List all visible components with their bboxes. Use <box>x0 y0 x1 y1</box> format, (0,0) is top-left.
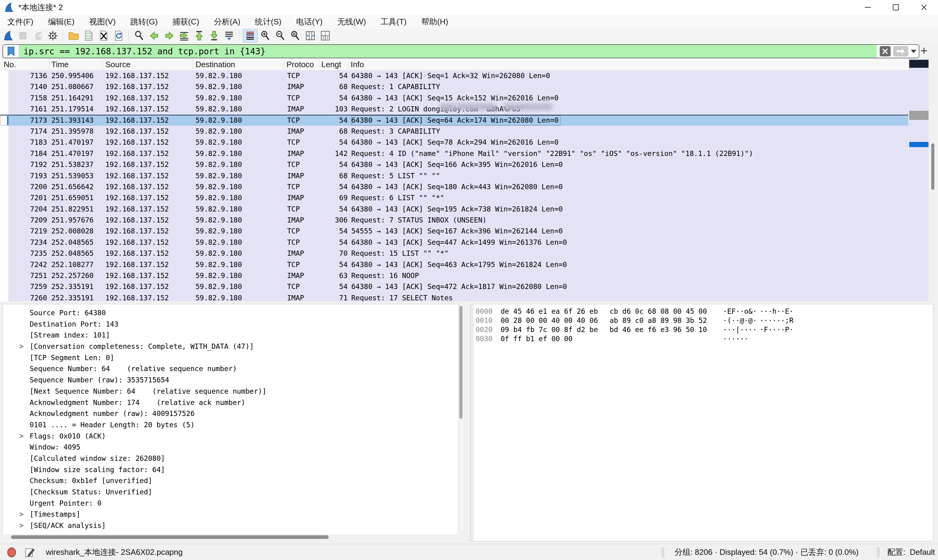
capture-options-button[interactable] <box>46 29 60 42</box>
expand-chevron-icon[interactable]: > <box>19 520 23 531</box>
packet-row[interactable]: 7158251.164291192.168.137.15259.82.9.180… <box>0 92 909 103</box>
reload-file-button[interactable] <box>111 29 125 42</box>
find-packet-button[interactable] <box>132 29 146 42</box>
go-back-button[interactable] <box>147 29 161 42</box>
menu-item[interactable]: 跳转(G) <box>123 15 165 29</box>
capture-comment-icon[interactable] <box>25 547 35 558</box>
detail-line[interactable]: Acknowledgment Number: 174 (relative ack… <box>3 397 458 408</box>
packet-row[interactable]: 7136250.995406192.168.137.15259.82.9.180… <box>0 70 909 81</box>
detail-line[interactable]: >[SEQ/ACK analysis] <box>3 520 458 531</box>
column-header-no[interactable]: No. <box>4 60 16 69</box>
packet-row[interactable]: 7201251.659051192.168.137.15259.82.9.180… <box>0 192 909 203</box>
go-last-packet-button[interactable] <box>207 29 221 42</box>
detail-line[interactable]: Window: 4095 <box>3 442 458 453</box>
menu-item[interactable]: 帮助(H) <box>414 15 455 29</box>
detail-line[interactable]: 0101 .... = Header Length: 20 bytes (5) <box>3 419 458 431</box>
expand-chevron-icon[interactable]: > <box>19 509 23 520</box>
zoom-reset-button[interactable] <box>288 29 302 42</box>
packet-row[interactable]: 7234252.048565192.168.137.15259.82.9.180… <box>0 237 909 248</box>
column-separator[interactable] <box>103 60 103 69</box>
detail-line[interactable]: [Checksum Status: Unverified] <box>3 486 458 498</box>
packet-row[interactable]: 7260252.335191192.168.137.15259.82.9.180… <box>0 292 909 302</box>
minimize-button[interactable] <box>854 0 882 15</box>
filter-add-button[interactable]: + <box>918 45 930 57</box>
packet-row[interactable]: 7140251.080667192.168.137.15259.82.9.180… <box>0 81 909 92</box>
detail-line[interactable]: >Flags: 0x010 (ACK) <box>3 431 458 442</box>
detail-vscroll-thumb[interactable] <box>460 306 463 419</box>
packet-row[interactable]: 7251252.257260192.168.137.15259.82.9.180… <box>0 270 909 281</box>
detail-vscrollbar[interactable] <box>459 304 463 533</box>
minimap-scroll-thumb[interactable] <box>909 111 929 120</box>
status-separator[interactable] <box>663 547 664 558</box>
detail-line[interactable]: Acknowledgment number (raw): 4009157526 <box>3 408 458 419</box>
detail-line[interactable]: [Stream index: 101] <box>3 329 458 341</box>
detail-line[interactable]: >[Timestamps] <box>3 509 458 520</box>
column-separator[interactable] <box>49 60 49 69</box>
column-header-info[interactable]: Info <box>351 60 364 69</box>
menu-item[interactable]: 分析(A) <box>207 15 248 29</box>
detail-line[interactable]: Urgent Pointer: 0 <box>3 498 458 509</box>
colorize-button[interactable] <box>243 29 258 42</box>
save-file-button[interactable]: 010101100101 <box>82 29 96 42</box>
packet-row[interactable]: 7183251.470197192.168.137.15259.82.9.180… <box>0 137 909 148</box>
reset-layout-button[interactable]: 123 <box>318 29 332 42</box>
packet-row[interactable]: 7174251.395978192.168.137.15259.82.9.180… <box>0 126 909 137</box>
hex-row[interactable]: 002009 b4 fb 7c 00 8f d2 bebd 46 ee f6 e… <box>471 325 933 334</box>
close-button[interactable] <box>910 0 938 15</box>
auto-scroll-button[interactable] <box>222 29 236 42</box>
detail-line[interactable]: [Next Sequence Number: 64 (relative sequ… <box>3 386 458 397</box>
packet-list-vscroll-thumb[interactable] <box>931 143 934 190</box>
detail-line[interactable]: Checksum: 0xb1ef [unverified] <box>3 475 458 486</box>
detail-line[interactable]: Source Port: 64380 <box>3 307 458 318</box>
column-header-destination[interactable]: Destination <box>196 60 235 69</box>
menu-item[interactable]: 统计(S) <box>248 15 289 29</box>
menu-item[interactable]: 文件(F) <box>0 15 41 29</box>
packet-row[interactable]: 7209251.957676192.168.137.15259.82.9.180… <box>0 215 909 226</box>
profile-indicator[interactable]: 配置: Default <box>887 547 935 558</box>
zoom-in-button[interactable] <box>258 29 273 42</box>
menu-item[interactable]: 编辑(E) <box>41 15 82 29</box>
packet-row[interactable]: 7192251.538237192.168.137.15259.82.9.180… <box>0 159 909 170</box>
packet-row[interactable]: 7204251.822951192.168.137.15259.82.9.180… <box>0 203 909 215</box>
pane-splitter[interactable] <box>0 302 938 304</box>
detail-line[interactable]: Sequence Number (raw): 3535715654 <box>3 374 458 386</box>
packet-list-minimap-scrollbar[interactable] <box>909 58 929 302</box>
packet-row[interactable]: 7235252.048565192.168.137.15259.82.9.180… <box>0 248 909 259</box>
open-file-button[interactable] <box>66 29 81 42</box>
detail-hscrollbar[interactable] <box>2 534 463 540</box>
start-capture-button[interactable] <box>1 29 15 42</box>
packet-row[interactable]: 7193251.539053192.168.137.15259.82.9.180… <box>0 170 909 181</box>
packet-row[interactable]: 7173251.393143192.168.137.15259.82.9.180… <box>0 115 909 126</box>
column-separator[interactable] <box>319 60 320 69</box>
packet-row[interactable]: 7259252.335191192.168.137.15259.82.9.180… <box>0 281 909 292</box>
column-separator[interactable] <box>347 60 348 69</box>
filter-bookmark-button[interactable] <box>3 45 19 58</box>
filter-history-caret[interactable] <box>911 50 916 53</box>
column-header-lengt[interactable]: Lengt <box>321 60 341 69</box>
capture-filename[interactable]: wireshark_本地连接- 2SA6X02.pcapng <box>46 547 183 558</box>
column-header-source[interactable]: Source <box>105 60 130 69</box>
menu-item[interactable]: 视图(V) <box>82 15 123 29</box>
column-header-time[interactable]: Time <box>51 60 69 69</box>
expand-chevron-icon[interactable]: > <box>19 431 23 442</box>
hex-row[interactable]: 00300f ff b1 ef 00 00······ <box>471 334 933 343</box>
hex-row[interactable]: 001000 28 00 00 40 00 40 06ab 89 c0 a8 8… <box>471 316 933 325</box>
detail-line[interactable]: Destination Port: 143 <box>3 318 458 330</box>
detail-hscroll-thumb[interactable] <box>11 535 329 539</box>
packet-row[interactable]: 7242252.108277192.168.137.15259.82.9.180… <box>0 259 909 270</box>
packet-row[interactable]: 7161251.179514192.168.137.15259.82.9.180… <box>0 103 909 114</box>
go-forward-button[interactable] <box>162 29 176 42</box>
go-first-packet-button[interactable] <box>192 29 206 42</box>
detail-line[interactable]: [TCP Segment Len: 0] <box>3 352 458 363</box>
display-filter-input[interactable]: ip.src == 192.168.137.152 and tcp.port i… <box>2 44 919 58</box>
detail-line[interactable]: >[Conversation completeness: Complete, W… <box>3 341 458 352</box>
expand-chevron-icon[interactable]: > <box>19 341 23 352</box>
zoom-out-button[interactable] <box>273 29 287 42</box>
column-header-protoco[interactable]: Protoco <box>287 60 314 69</box>
detail-line[interactable]: [Window size scaling factor: 64] <box>3 464 458 475</box>
column-separator[interactable] <box>284 60 284 69</box>
detail-line[interactable]: [Calculated window size: 262080] <box>3 453 458 464</box>
menu-item[interactable]: 工具(T) <box>373 15 414 29</box>
packet-row[interactable]: 7219252.008028192.168.137.15259.82.9.180… <box>0 226 909 237</box>
filter-apply-button[interactable] <box>893 46 909 57</box>
